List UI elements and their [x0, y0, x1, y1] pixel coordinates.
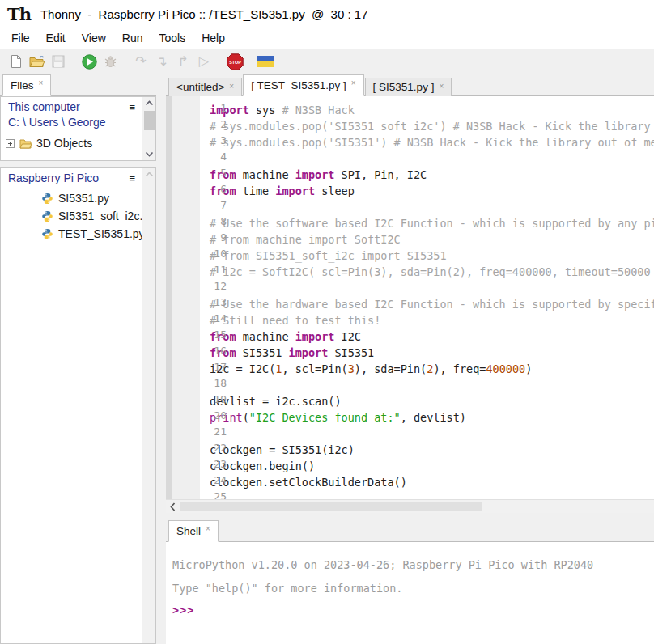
python-file-icon [41, 193, 53, 205]
code-line[interactable]: 14# Still need to test this! [200, 312, 654, 328]
code-line[interactable]: 7 [200, 199, 654, 215]
pico-title: Raspberry Pi Pico [8, 172, 129, 184]
code-line[interactable]: 9# from machine import SoftI2C [200, 231, 654, 248]
run-script-icon [82, 54, 97, 70]
tab-files[interactable]: Files × [2, 74, 51, 96]
close-icon[interactable]: × [39, 78, 44, 89]
scrollbar-thumb[interactable] [180, 502, 482, 511]
code-line[interactable]: 6from time import sleep [200, 183, 654, 199]
code-area[interactable]: 1import sys # N3SB Hack2# sys.modules.po… [200, 96, 654, 499]
code-line[interactable]: 4 [200, 150, 654, 167]
editor-tab-si5351py[interactable]: [ SI5351.py ]× [365, 78, 452, 96]
code-line[interactable]: 16from SI5351 import SI5351 [200, 345, 654, 361]
code-line[interactable]: 18 [200, 377, 654, 393]
scroll-down-icon[interactable] [142, 148, 156, 160]
code-line[interactable]: 21 [200, 426, 654, 442]
code-line[interactable]: 2# sys.modules.pop('SI5351_soft_i2c') # … [200, 118, 654, 134]
code-line[interactable]: 13# Use the hardware based I2C Function … [200, 296, 654, 312]
panel-menu-icon[interactable]: ≡ [129, 102, 135, 112]
tab-label: [ TEST_SI5351.py ] [251, 79, 346, 91]
close-icon[interactable]: × [229, 81, 234, 92]
resume-button[interactable]: ▷ [193, 51, 214, 72]
horizontal-sash[interactable] [166, 513, 654, 520]
line-number-gutter [172, 96, 200, 499]
pico-scrollbar[interactable] [142, 168, 155, 643]
scroll-left-icon[interactable] [166, 500, 180, 513]
vertical-sash[interactable] [156, 74, 166, 644]
menu-edit[interactable]: Edit [38, 29, 74, 47]
code-line[interactable]: 20print("I2C Devices found at:", devlist… [200, 409, 654, 426]
close-icon[interactable]: × [439, 81, 444, 92]
line-number: 8 [206, 215, 234, 227]
save-file-button[interactable] [48, 51, 69, 72]
line-number: 5 [206, 167, 234, 179]
editor-tab-untitled[interactable]: <untitled>× [168, 78, 242, 96]
line-number: 3 [206, 134, 234, 146]
menu-file[interactable]: File [3, 29, 38, 47]
tree-item-3d-objects[interactable]: 3D Objects [1, 133, 155, 152]
pico-file-TEST_SI5351.py[interactable]: TEST_SI5351.py [1, 225, 155, 243]
panel-menu-icon[interactable]: ≡ [129, 173, 135, 184]
step-over-button[interactable]: ↷ [130, 51, 151, 72]
file-label: SI5351_soft_i2c.py [58, 210, 155, 222]
line-number: 6 [206, 183, 234, 195]
menu-tools[interactable]: Tools [151, 29, 193, 47]
line-number: 12 [206, 280, 234, 292]
line-number: 9 [206, 231, 234, 244]
code-line[interactable]: 3# sys.modules.pop('SI5351') # N3SB Hack… [200, 134, 654, 150]
new-file-button[interactable] [6, 51, 27, 72]
stop-restart-icon: STOP [227, 53, 244, 70]
menu-help[interactable]: Help [193, 29, 233, 47]
line-number: 11 [206, 264, 234, 276]
panel-gap [0, 161, 156, 167]
code-line[interactable]: 25 [200, 490, 654, 499]
stop-restart-button[interactable]: STOP [224, 51, 245, 72]
line-number: 20 [206, 409, 234, 422]
step-into-button[interactable]: ↴ [151, 51, 172, 72]
debug-script-button[interactable] [100, 51, 121, 72]
code-line[interactable]: 12 [200, 280, 654, 296]
code-line[interactable]: 1import sys # N3SB Hack [200, 102, 654, 118]
code-line[interactable]: 15from machine import I2C [200, 328, 654, 345]
code-line[interactable]: 24clockgen.setClockBuilderData() [200, 474, 654, 490]
scrollbar-thumb[interactable] [144, 111, 155, 130]
editor-tab-testsi5351py[interactable]: [ TEST_SI5351.py ]× [243, 74, 363, 96]
menu-run[interactable]: Run [114, 29, 151, 47]
code-editor[interactable]: 1import sys # N3SB Hack2# sys.modules.po… [166, 96, 654, 499]
toolbar: ↷↴↱▷STOP [0, 49, 654, 74]
line-number: 14 [206, 312, 234, 324]
this-computer-title: This computer [8, 100, 129, 113]
code-line[interactable]: 22clockgen = SI5351(i2c) [200, 442, 654, 458]
this-computer-panel: This computer ≡ C: \ Users \ George 3D O… [0, 96, 156, 161]
shell-output[interactable]: MicroPython v1.20.0 on 2023-04-26; Raspb… [166, 542, 654, 644]
shell-text-line: MicroPython v1.20.0 on 2023-04-26; Raspb… [172, 553, 648, 577]
code-line[interactable]: 11# i2c = SoftI2C( scl=Pin(3), sda=Pin(2… [200, 264, 654, 280]
code-line[interactable]: 19devlist = i2c.scan() [200, 393, 654, 409]
close-icon[interactable]: × [206, 523, 210, 535]
code-line[interactable]: 8# Use the software based I2C Function -… [200, 215, 654, 231]
close-icon[interactable]: × [351, 78, 356, 89]
pico-file-SI5351_soft_i2c.py[interactable]: SI5351_soft_i2c.py [1, 207, 155, 225]
pico-file-SI5351.py[interactable]: SI5351.py [1, 189, 155, 207]
menu-view[interactable]: View [74, 29, 114, 47]
expand-icon[interactable] [6, 139, 15, 148]
scroll-up-icon[interactable] [142, 168, 156, 180]
code-line[interactable]: 17i2c = I2C(1, scl=Pin(3), sda=Pin(2), f… [200, 361, 654, 377]
line-number: 15 [206, 328, 234, 341]
tab-shell[interactable]: Shell × [168, 520, 219, 542]
ukraine-support-button[interactable] [255, 51, 276, 72]
scroll-up-icon[interactable] [142, 97, 156, 109]
files-tab-row: Files × [0, 74, 156, 96]
main-area: Files × This computer ≡ C: \ Users \ Geo… [0, 74, 654, 644]
code-line[interactable]: 23clockgen.begin() [200, 458, 654, 474]
run-script-button[interactable] [79, 51, 100, 72]
line-number: 18 [206, 377, 234, 389]
step-out-button[interactable]: ↱ [172, 51, 193, 72]
ukraine-support-icon [257, 56, 274, 67]
open-file-button[interactable] [27, 51, 48, 72]
files-computer-scrollbar[interactable] [142, 97, 155, 160]
code-line[interactable]: 5from machine import SPI, Pin, I2C [200, 167, 654, 183]
code-line[interactable]: 10# from SI5351_soft_i2c import SI5351 [200, 248, 654, 264]
shell-tab-row: Shell × [166, 520, 654, 542]
horizontal-scrollbar[interactable] [166, 499, 654, 513]
